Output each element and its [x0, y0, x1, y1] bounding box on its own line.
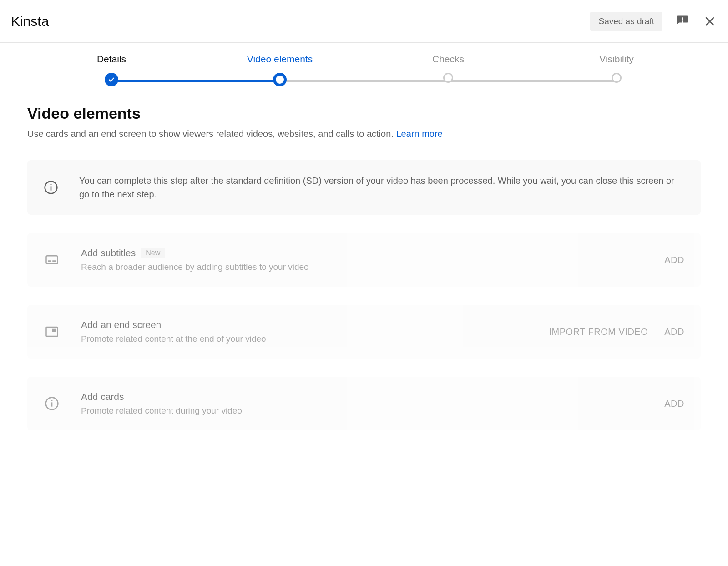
add-cards-button[interactable]: ADD [664, 399, 684, 409]
add-subtitles-button[interactable]: ADD [664, 255, 684, 265]
svg-rect-5 [52, 260, 56, 262]
header: Kinsta Saved as draft [0, 0, 728, 43]
add-end-screen-title: Add an end screen [81, 319, 161, 330]
saved-status-badge: Saved as draft [590, 12, 662, 31]
svg-rect-7 [52, 329, 56, 332]
processing-notice: You can complete this step after the sta… [27, 160, 701, 215]
check-icon [105, 73, 118, 86]
svg-rect-4 [48, 260, 51, 262]
add-cards-desc: Promote related content during your vide… [81, 406, 643, 416]
svg-point-10 [51, 400, 53, 401]
add-subtitles-desc: Reach a broader audience by adding subti… [81, 262, 643, 272]
step-checks[interactable]: Checks [364, 54, 532, 83]
learn-more-link[interactable]: Learn more [396, 129, 442, 139]
add-end-screen-card: Add an end screen Promote related conten… [27, 305, 701, 359]
add-subtitles-title: Add subtitles [81, 248, 136, 258]
add-end-screen-desc: Promote related content at the end of yo… [81, 334, 528, 344]
add-cards-card: Add cards Promote related content during… [27, 377, 701, 430]
svg-rect-3 [46, 256, 58, 264]
feedback-icon[interactable] [675, 14, 690, 29]
step-details[interactable]: Details [27, 54, 196, 86]
subtitles-icon [44, 252, 60, 268]
step-visibility[interactable]: Visibility [532, 54, 701, 83]
close-icon[interactable] [703, 14, 717, 29]
page-description: Use cards and an end screen to show view… [27, 129, 701, 139]
add-end-screen-button[interactable]: ADD [664, 327, 684, 337]
page-title: Video elements [27, 105, 701, 122]
add-subtitles-card: Add subtitles New Reach a broader audien… [27, 233, 701, 287]
video-title: Kinsta [11, 14, 590, 29]
import-from-video-button[interactable]: IMPORT FROM VIDEO [549, 327, 648, 337]
svg-point-2 [51, 184, 52, 185]
processing-notice-text: You can complete this step after the sta… [79, 174, 684, 201]
main-content: Video elements Use cards and an end scre… [0, 86, 728, 467]
add-cards-title: Add cards [81, 391, 124, 402]
new-badge: New [141, 248, 165, 258]
upload-stepper: Details Video elements Checks Visibility [0, 43, 728, 86]
end-screen-icon [44, 323, 60, 340]
info-icon [44, 180, 58, 195]
info-icon [44, 395, 60, 412]
